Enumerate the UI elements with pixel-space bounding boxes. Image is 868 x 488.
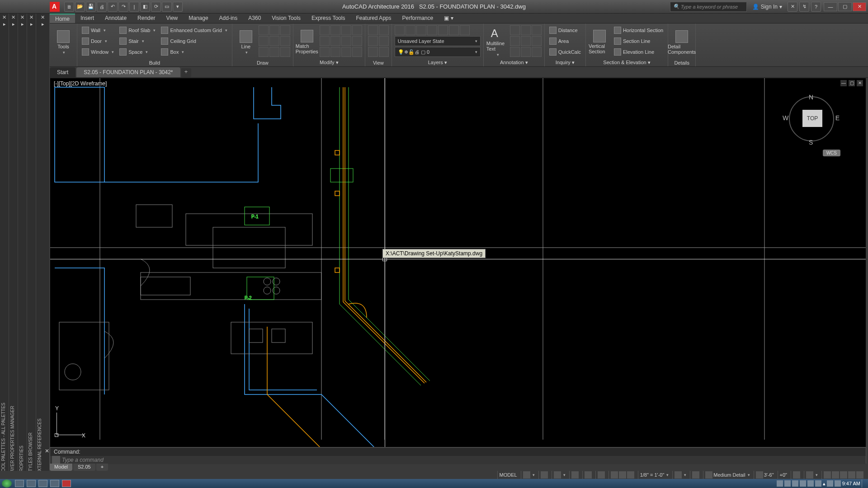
area-button[interactable]: Area bbox=[547, 36, 583, 46]
layer-iso-icon[interactable] bbox=[395, 25, 405, 35]
layer-lock-icon[interactable] bbox=[427, 25, 437, 35]
tab-view[interactable]: View bbox=[160, 14, 183, 23]
window-button[interactable]: Window▾ bbox=[80, 47, 116, 57]
explode-icon[interactable] bbox=[352, 47, 362, 57]
spline-icon[interactable] bbox=[269, 47, 279, 57]
vsection-button[interactable]: Vertical Section bbox=[589, 25, 610, 59]
polar-toggle-icon[interactable] bbox=[571, 471, 579, 479]
tab-insert[interactable]: Insert bbox=[75, 14, 99, 23]
palette-styles[interactable]: ✕▸ STYLES BROWSER bbox=[27, 14, 36, 479]
ceilinggrid-button[interactable]: Ceiling Grid bbox=[159, 36, 229, 46]
workspace-icon[interactable] bbox=[806, 471, 813, 479]
offset-icon[interactable] bbox=[320, 47, 330, 57]
sign-in-button[interactable]: 👤 Sign In ▾ bbox=[749, 4, 786, 10]
taskbar-folder-icon[interactable] bbox=[38, 480, 47, 487]
tray-sound-icon[interactable] bbox=[827, 480, 833, 487]
annovis-icon[interactable] bbox=[692, 471, 699, 479]
refresh-icon[interactable]: ⟳ bbox=[151, 2, 161, 12]
custom-icon[interactable] bbox=[856, 471, 863, 479]
line-button[interactable]: Line▾ bbox=[235, 25, 257, 59]
sb-model[interactable]: MODEL bbox=[500, 472, 517, 478]
rectangle-icon[interactable] bbox=[259, 36, 269, 46]
polyline-icon[interactable] bbox=[259, 25, 269, 35]
undo-icon[interactable]: ↶ bbox=[108, 2, 118, 12]
viewcube-n[interactable]: N bbox=[809, 94, 813, 101]
dim-aligned-icon[interactable] bbox=[521, 25, 531, 35]
distance-button[interactable]: Distance bbox=[547, 25, 583, 35]
start-button[interactable] bbox=[2, 479, 12, 488]
tab-performance[interactable]: Performance bbox=[396, 14, 439, 23]
view-vs-icon[interactable] bbox=[379, 36, 389, 46]
tab-manage[interactable]: Manage bbox=[183, 14, 213, 23]
wipeout-icon[interactable] bbox=[521, 47, 531, 57]
view-iso-icon[interactable] bbox=[368, 47, 378, 57]
viewcube-w[interactable]: W bbox=[783, 114, 788, 122]
door-button[interactable]: Door▾ bbox=[80, 36, 116, 46]
viewcube[interactable]: TOP N S E W bbox=[784, 92, 839, 146]
sb-elev[interactable]: 3'-6" bbox=[764, 472, 774, 478]
doc-tab-file[interactable]: S2.05 - FOUNDATION PLAN - 3042* bbox=[76, 67, 180, 77]
drawing-canvas[interactable]: [-][Top][2D Wireframe] — ▢ ✕ bbox=[50, 78, 866, 447]
elev-icon[interactable] bbox=[756, 471, 763, 479]
dynucs-icon[interactable] bbox=[611, 471, 618, 479]
help-icon[interactable]: ? bbox=[811, 2, 821, 12]
open-icon[interactable]: 📂 bbox=[75, 2, 85, 12]
doc-tab-start[interactable]: Start bbox=[50, 67, 75, 77]
tray-network-icon[interactable] bbox=[800, 480, 806, 487]
view-top-icon[interactable] bbox=[379, 47, 389, 57]
stretch-icon[interactable] bbox=[341, 25, 351, 35]
arc-icon[interactable] bbox=[280, 25, 290, 35]
hardware-icon[interactable] bbox=[832, 471, 839, 479]
sectionline-button[interactable]: Section Line bbox=[612, 36, 665, 46]
layer-make-icon[interactable] bbox=[449, 25, 459, 35]
tab-home[interactable]: Home bbox=[50, 14, 75, 23]
mtext-button[interactable]: AMultiline Text▾ bbox=[486, 25, 508, 59]
autohide-icon[interactable]: ▸ bbox=[30, 21, 33, 27]
close-icon[interactable]: ✕ bbox=[11, 14, 15, 20]
palette-layer[interactable]: ✕▸ LAYER PROPERTIES MANAGER bbox=[9, 14, 18, 479]
layer-current-combo[interactable]: 💡❄🔓🖨 ▢ 0▾ bbox=[395, 47, 481, 57]
layer-match-icon[interactable] bbox=[438, 25, 448, 35]
enhancedgrid-button[interactable]: Enhanced Custom Grid▾ bbox=[159, 25, 229, 35]
viewcube-s[interactable]: S bbox=[809, 139, 813, 146]
minimize-button[interactable]: — bbox=[824, 2, 837, 11]
layer-prev-icon[interactable] bbox=[460, 25, 470, 35]
annoscale-icon[interactable] bbox=[675, 471, 682, 479]
taskbar-clock[interactable]: 9:47 AM bbox=[842, 481, 860, 486]
detailcomp-button[interactable]: Detail Components bbox=[671, 25, 693, 59]
hatch-icon[interactable] bbox=[280, 36, 290, 46]
layout-tab-model[interactable]: Model bbox=[50, 464, 72, 471]
command-prompt-icon[interactable] bbox=[52, 456, 60, 464]
project-nav-icon[interactable]: ◧ bbox=[140, 2, 150, 12]
print-icon[interactable]: 🖨 bbox=[97, 2, 107, 12]
replace-z-icon[interactable] bbox=[793, 471, 800, 479]
roofslab-button[interactable]: Roof Slab▾ bbox=[118, 25, 157, 35]
space-button[interactable]: Space▾ bbox=[118, 47, 157, 57]
osnap-toggle-icon[interactable] bbox=[585, 471, 592, 479]
tab-annotate[interactable]: Annotate bbox=[99, 14, 132, 23]
units-icon[interactable] bbox=[824, 471, 831, 479]
autohide-icon[interactable]: ▸ bbox=[21, 21, 24, 27]
autohide-icon[interactable]: ▸ bbox=[3, 21, 6, 27]
move-icon[interactable] bbox=[320, 25, 330, 35]
cleanscreen-icon[interactable] bbox=[848, 471, 855, 479]
taskbar-autocad-icon[interactable] bbox=[62, 480, 71, 487]
command-line[interactable]: ✕ Command: Type a command bbox=[50, 447, 866, 464]
lineweight-icon[interactable] bbox=[627, 471, 634, 479]
tray-cloud-icon[interactable] bbox=[784, 480, 791, 487]
command-input[interactable]: Type a command bbox=[62, 457, 104, 463]
tab-vision[interactable]: Vision Tools bbox=[266, 14, 306, 23]
ortho-toggle-icon[interactable] bbox=[554, 471, 561, 479]
sb-detail[interactable]: Medium Detail bbox=[713, 472, 745, 478]
sb-scale[interactable]: 1/8" = 1'-0" bbox=[640, 472, 665, 478]
save-icon[interactable]: 💾 bbox=[86, 2, 96, 12]
fillet-icon[interactable] bbox=[341, 47, 351, 57]
dim-linear-icon[interactable] bbox=[510, 25, 520, 35]
box-button[interactable]: Box▾ bbox=[159, 47, 229, 57]
close-icon[interactable]: ✕ bbox=[29, 14, 33, 20]
ellipse-icon[interactable] bbox=[269, 36, 279, 46]
isolate-icon[interactable] bbox=[840, 471, 847, 479]
array-icon[interactable] bbox=[330, 47, 340, 57]
show-desktop-button[interactable] bbox=[862, 479, 865, 488]
copy-icon[interactable] bbox=[330, 25, 340, 35]
